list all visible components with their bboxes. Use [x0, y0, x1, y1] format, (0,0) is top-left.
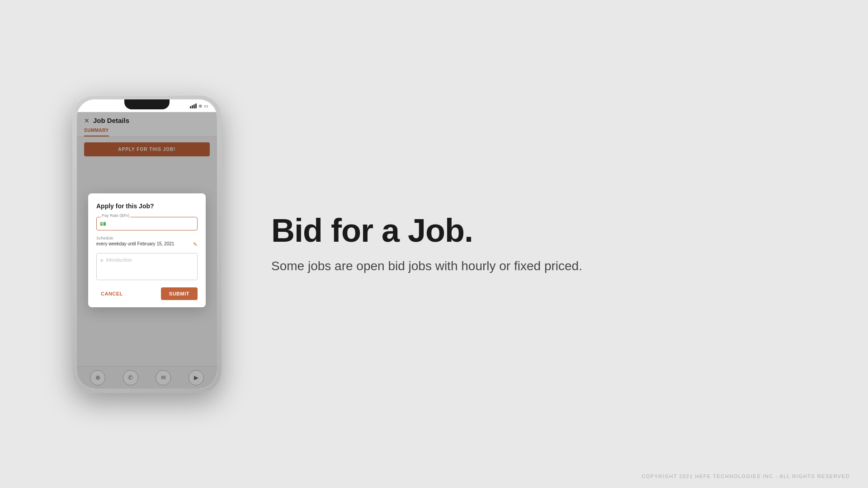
wifi-icon: ⊛	[198, 103, 202, 108]
edit-schedule-icon[interactable]: ✎	[193, 241, 198, 248]
pay-rate-field-group: Pay Rate ($/hr) 💵	[96, 217, 198, 230]
hero-headline: Bid for a Job.	[271, 214, 582, 248]
dialog-actions: CANCEL SUBMIT	[96, 287, 198, 300]
pay-rate-label: Pay Rate ($/hr)	[101, 213, 130, 218]
dialog-overlay: Apply for this Job? Pay Rate ($/hr) 💵 Sc…	[77, 112, 217, 389]
signal-bars-icon	[190, 103, 197, 108]
schedule-label: Schedule	[96, 236, 198, 240]
cancel-button[interactable]: CANCEL	[96, 288, 127, 299]
schedule-value: every weekday until February 15, 2021	[96, 241, 189, 246]
footer-copyright: COPYRIGHT 2021 HEFE TECHNOLOGIES INC - A…	[642, 474, 850, 479]
hero-content: Bid for a Job. Some jobs are open bid jo…	[271, 214, 582, 275]
hero-subtext: Some jobs are open bid jobs with hourly …	[271, 257, 582, 274]
schedule-area: Schedule every weekday until February 15…	[96, 236, 198, 248]
submit-button[interactable]: SUBMIT	[161, 287, 198, 300]
status-icons: ⊛ ▭	[190, 103, 208, 108]
lines-icon: ≡	[100, 258, 103, 263]
apply-dialog: Apply for this Job? Pay Rate ($/hr) 💵 Sc…	[88, 193, 206, 307]
introduction-field[interactable]: ≡ Introduction	[96, 253, 198, 280]
status-bar: 9:41 ⊛ ▭	[77, 99, 217, 112]
money-icon: 💵	[100, 221, 106, 227]
dialog-title: Apply for this Job?	[96, 202, 198, 210]
screen-content: ✕ Job Details SUMMARY APPLY FOR THIS JOB…	[77, 112, 217, 389]
pay-rate-input[interactable]	[96, 217, 198, 230]
introduction-placeholder: Introduction	[106, 257, 132, 263]
battery-icon: ▭	[204, 103, 208, 108]
phone-mockup: 9:41 ⊛ ▭ ✕ J	[72, 95, 222, 393]
notch	[124, 99, 170, 109]
